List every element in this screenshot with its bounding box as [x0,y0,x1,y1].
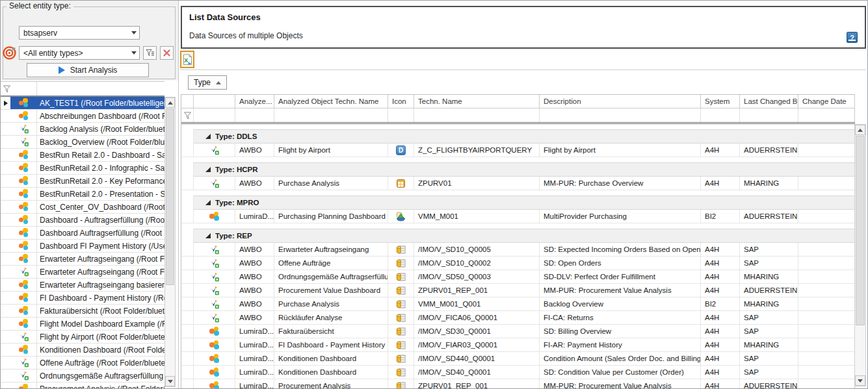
server-combobox[interactable]: btsapserv [19,26,140,40]
cell-analyze-icon [194,243,235,256]
list-item[interactable]: FI Dashboard - Payment History (/Root F [1,292,164,305]
scroll-thumb[interactable] [166,108,174,285]
entity-list-filter-row[interactable] [1,81,164,97]
table-row[interactable]: AWBORückläufer Analyse/IMO/V_FICA06_Q000… [181,311,855,325]
table-row[interactable]: LumiraD...Purchasing Planning DashboardV… [181,210,855,223]
table-row[interactable]: AWBOPurchase AnalysisVMM_M001_Q001Backlo… [181,297,855,311]
column-header-analyze-tool[interactable]: Analyze... [235,95,274,108]
filter-cell[interactable] [798,108,855,122]
filter-cell[interactable] [235,108,274,122]
list-item-label: BestRun Retail 2.0 - Dashboard - Sample [37,151,164,160]
column-header-description[interactable]: Description [540,95,701,108]
filter-cell[interactable] [540,108,701,122]
export-excel-button[interactable]: X [180,51,194,68]
filter-cell[interactable] [194,108,235,122]
table-row[interactable]: AWBOPurchase AnalysisZPURV01MM-PUR: Purc… [181,177,855,190]
clear-filter-button[interactable] [160,46,174,60]
list-item[interactable]: Flight Model Dashboard Example (/Root [1,318,164,331]
cell-analyzed-object-name: Procurement Analysis [274,379,388,389]
filter-cell[interactable] [274,108,388,122]
entity-list-scrollbar[interactable] [164,97,176,387]
list-item[interactable]: BestRun Retail 2.0 - Dashboard - Sample [1,149,164,162]
list-item[interactable]: Dashboard - Auftragserfüllung (/Root Fo [1,214,164,227]
table-row[interactable]: LumiraD...FI Dashboard - Payment History… [181,338,855,352]
list-item[interactable]: Cost_Center_OV_Dashboard (/Root Fold [1,201,164,214]
group-expand-icon[interactable] [205,134,211,139]
group-by-type-chip[interactable]: Type [188,75,227,90]
query-icon [396,327,406,336]
column-header-analyze-icon[interactable] [194,95,235,108]
analysis-workbook-icon [19,124,29,134]
scroll-down-button[interactable] [855,375,865,386]
group-row[interactable]: Type: DDLS [181,129,855,144]
analysis-workbook-icon [19,358,29,368]
cell-analyzed-object-name: Ordnungsgemäße Auftragserfüllung [274,270,388,283]
filter-cell[interactable] [740,108,798,122]
group-expand-icon[interactable] [205,167,211,172]
table-row[interactable]: AWBOFlight by AirportDZ_C_FLIGHTBYAIRPOR… [181,144,855,157]
help-icon[interactable]: ? [847,32,858,43]
table-row[interactable]: LumiraD...Konditionen Dashboard/IMO/V_SD… [181,352,855,366]
list-item[interactable]: AK_TEST1 (/Root Folder/bluetelligence/S [1,97,164,110]
group-row[interactable]: Type: MPRO [181,195,855,210]
list-item[interactable]: Offene Aufträge (/Root Folder/bluetellig [1,357,164,370]
filter-cell[interactable] [701,108,740,122]
table-row[interactable]: LumiraD...Procurement AnalysisZPURV01_RE… [181,379,855,389]
group-row[interactable]: Type: REP [181,229,855,243]
grid-scrollbar[interactable] [854,124,866,386]
table-row[interactable]: AWBOErwarteter Auftragseingang/IMO/V_SD1… [181,243,855,257]
column-header-analyzed-object[interactable]: Analyzed Object Techn. Name [274,95,388,108]
list-item[interactable]: Erwarteter Auftragseingang basierend a [1,279,164,292]
target-icon [3,45,17,60]
cell-analyzed-object-name: FI Dashboard - Payment History [274,338,388,351]
scroll-up-button[interactable] [165,97,175,108]
list-item[interactable]: Erwarteter Auftragseingang (/Root Folde [1,253,164,266]
list-item[interactable]: Konditionen Dashboard (/Root Folder/blu [1,344,164,357]
chevron-down-icon[interactable] [128,27,139,39]
table-row[interactable]: AWBOProcurement Value DashboardZPURV01_R… [181,284,855,297]
column-header-techn-name[interactable]: Techn. Name [414,95,540,108]
column-header-change-date[interactable]: Change Date [798,95,855,108]
column-header-last-changed-by[interactable]: Last Changed By [740,95,798,108]
scroll-up-button[interactable] [855,125,865,135]
list-item[interactable]: Ordnungsgemäße Auftragserfüllung (/Ro [1,370,164,383]
cell-description: Condition Amount (Sales Order Doc. and B… [540,352,701,365]
multiprovider-icon [396,212,406,221]
filter-settings-button[interactable] [143,46,157,60]
scroll-thumb[interactable] [856,136,865,325]
scroll-down-button[interactable] [165,376,175,386]
table-row[interactable]: LumiraD...Konditionen Dashboard/IMO/V_SD… [181,366,855,379]
start-analysis-button[interactable]: Start Analysis [27,63,149,77]
group-expand-icon[interactable] [205,200,211,205]
list-item[interactable]: Flight by Airport (/Root Folder/bluetell… [1,331,164,344]
filter-cell[interactable] [414,108,540,122]
list-item[interactable]: Backlog Analysis (/Root Folder/bluetelli… [1,123,164,136]
entity-type-combobox[interactable]: <All entity types> [19,46,140,60]
list-item[interactable]: Dashboard Auftragserfüllung (/Root Fold [1,227,164,240]
list-item[interactable]: Dashboard FI Payment History (/User Fo [1,240,164,253]
table-row[interactable]: LumiraD...Fakturaübersicht/IMO/V_SD30_Q0… [181,325,855,338]
list-item[interactable]: BestRunRetail 2.0 - Presentation - Samp [1,188,164,201]
red-x-icon [163,49,171,57]
column-header-icon[interactable]: Icon [388,95,414,108]
group-expand-icon[interactable] [205,233,211,238]
filter-cell[interactable] [388,108,414,122]
cell-change-date [798,311,855,324]
list-item[interactable]: Abschreibungen Dashboard (/Root Folde [1,110,164,123]
list-item[interactable]: BestRunRetail 2.0 - Infographic - Sample [1,162,164,175]
group-row[interactable]: Type: HCPR [181,162,855,177]
list-item[interactable]: Procurement Analysis (/Root Folder/bl [1,383,164,389]
lumira-dashboard-icon [209,212,219,221]
column-header-system[interactable]: System [701,95,740,108]
table-row[interactable]: AWBOOrdnungsgemäße Auftragserfüllung/IMO… [181,270,855,284]
cell-techn-name: /IMO/V_SD50_Q0003 [414,270,540,283]
list-item[interactable]: Fakturaübersicht (/Root Folder/bluetelli… [1,305,164,318]
list-item[interactable]: Backlog_Overview (/Root Folder/bluetell [1,136,164,149]
table-row[interactable]: AWBOOffene Aufträge/IMO/V_SD10_Q0002SD: … [181,257,855,270]
chevron-down-icon[interactable] [128,47,139,59]
list-item[interactable]: BestRunRetail 2.0 - Key Peformance - Sa [1,175,164,188]
grid-header-row: Analyze... Analyzed Object Techn. Name I… [181,95,855,108]
query-icon [396,286,406,295]
row-indicator-cell [181,177,194,190]
list-item[interactable]: Erwarteter Auftragseingang (/Root Folde [1,266,164,279]
